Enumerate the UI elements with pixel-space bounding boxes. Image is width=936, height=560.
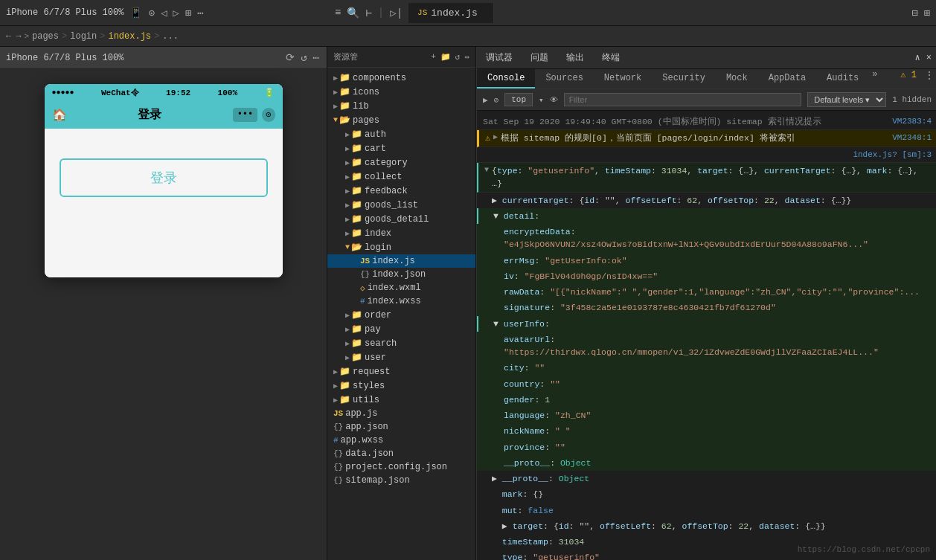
refresh-icon[interactable]: ↺: [299, 50, 308, 65]
rotate-icon[interactable]: ⟳: [284, 50, 296, 65]
tab-sources[interactable]: Sources: [535, 69, 593, 88]
tab-index-js[interactable]: JS index.js: [408, 3, 494, 23]
tree-item-project-config[interactable]: {} project.config.json: [327, 460, 475, 474]
expand-arrow-icon[interactable]: ▶: [492, 474, 497, 483]
expand-arrow-icon[interactable]: ▶: [493, 132, 498, 143]
tree-item-search[interactable]: ▶ 📁 search: [327, 336, 475, 350]
expand-arrow-icon[interactable]: ▶: [492, 196, 497, 205]
debug-tab-label-issues[interactable]: 问题: [528, 50, 551, 65]
expand-arrow-icon[interactable]: ▼: [493, 319, 499, 329]
console-source[interactable]: VM2383:4: [892, 115, 932, 128]
filter-input[interactable]: [564, 93, 802, 106]
tree-item-app-js[interactable]: JS app.js: [327, 407, 475, 420]
back-icon[interactable]: ◁: [161, 7, 167, 19]
debug-tab-label-terminal[interactable]: 终端: [599, 50, 623, 65]
prop-key: currentTarget: [502, 196, 569, 205]
tree-item-order[interactable]: ▶ 📁 order: [327, 308, 475, 322]
tree-item-styles[interactable]: ▶ 📁 styles: [327, 379, 475, 393]
close-debug-icon[interactable]: ×: [926, 53, 932, 63]
arrow-icon: ▶: [333, 367, 338, 376]
wxss-file-icon: #: [333, 436, 339, 445]
tree-item-auth[interactable]: ▶ 📁 auth: [327, 127, 475, 141]
filter-level-select[interactable]: Default levels ▾: [807, 92, 886, 107]
tree-item-category[interactable]: ▶ 📁 category: [327, 155, 475, 170]
tab-mock[interactable]: Mock: [716, 69, 758, 88]
folder-icon: 📁: [339, 380, 350, 391]
tree-item-app-json[interactable]: {} app.json: [327, 420, 475, 434]
tree-item-cart[interactable]: ▶ 📁 cart: [327, 141, 475, 155]
expand-icon[interactable]: ∧: [915, 52, 920, 63]
more-icon[interactable]: ⋯: [197, 7, 203, 19]
new-file-icon[interactable]: +: [431, 52, 436, 62]
debug-tab-label-output[interactable]: 输出: [563, 50, 587, 65]
tab-security[interactable]: Security: [652, 69, 716, 88]
tree-item-user[interactable]: ▶ 📁 user: [327, 350, 475, 364]
circle-icon[interactable]: ⊙: [148, 7, 154, 19]
clear-console-icon[interactable]: ⊘: [494, 95, 499, 105]
new-folder-icon[interactable]: 📁: [440, 52, 451, 62]
tree-item-lib[interactable]: ▶ 📁 lib: [327, 99, 475, 113]
console-prop-iv: iv: "FgBFlV04d9h0gp/nsID4xw==": [477, 268, 936, 284]
tree-item-index-folder[interactable]: ▶ 📁 index: [327, 226, 475, 240]
tab-console[interactable]: Console: [477, 69, 535, 88]
layout-icon[interactable]: ⊞: [924, 7, 930, 19]
console-prop-avatarurl: avatarUrl: "https://thirdwx.qlogo.cn/mmo…: [477, 332, 936, 361]
folder-icon: 📁: [339, 72, 350, 83]
menu-icon[interactable]: ≡: [333, 5, 342, 20]
panel-toggle-icon[interactable]: ⊟: [911, 7, 917, 19]
console-source[interactable]: index.js? [sm]:3: [853, 149, 932, 161]
split-icon[interactable]: ⊢: [364, 5, 373, 21]
tree-item-sitemap[interactable]: {} sitemap.json: [327, 474, 475, 487]
debug-more-icon[interactable]: ⋮: [921, 69, 936, 88]
tab-network[interactable]: Network: [594, 69, 652, 88]
tree-item-app-wxss[interactable]: # app.wxss: [327, 434, 475, 447]
more-tabs-icon[interactable]: »: [872, 69, 877, 88]
tab-appdata[interactable]: AppData: [758, 69, 816, 88]
home-icon[interactable]: 🏠: [52, 108, 67, 123]
login-button[interactable]: 登录: [60, 158, 268, 197]
tab-audits[interactable]: Audits: [816, 69, 869, 88]
folder-icon: 📁: [339, 394, 350, 405]
expand-arrow-icon[interactable]: ▶: [502, 521, 507, 531]
prop-key: mut: [502, 506, 518, 515]
tree-item-goods-detail[interactable]: ▶ 📁 goods_detail: [327, 212, 475, 226]
debug-run-icon[interactable]: ▷|: [388, 5, 404, 21]
tree-item-data-json[interactable]: {} data.json: [327, 447, 475, 460]
run-icon[interactable]: ⊞: [185, 7, 191, 19]
device-selector[interactable]: iPhone 6/7/8 Plus 100%: [6, 7, 124, 18]
context-selector[interactable]: top: [504, 93, 533, 106]
expand-arrow-icon[interactable]: ▼: [493, 211, 499, 221]
console-run-icon[interactable]: ▶: [483, 95, 488, 105]
bc-back-icon[interactable]: ←: [6, 31, 11, 42]
eye-icon[interactable]: 👁: [550, 95, 558, 105]
search-editor-icon[interactable]: 🔍: [345, 5, 361, 21]
forward-icon[interactable]: ▷: [173, 7, 179, 19]
tree-item-pages[interactable]: ▼ 📂 pages: [327, 113, 475, 127]
tree-item-index-wxml[interactable]: ◇ index.wxml: [327, 281, 475, 295]
console-source[interactable]: VM2348:1: [892, 132, 932, 144]
console-prop-country: country: "": [477, 376, 936, 392]
tree-item-goods-list[interactable]: ▶ 📁 goods_list: [327, 198, 475, 212]
debug-tab-label-console[interactable]: 调试器: [483, 50, 516, 65]
bc-forward-icon[interactable]: →: [16, 31, 21, 42]
tree-item-pay[interactable]: ▶ 📁 pay: [327, 322, 475, 336]
collapse-all-icon[interactable]: ⇔: [464, 52, 469, 62]
tree-item-index-wxss[interactable]: # index.wxss: [327, 295, 475, 308]
more-btn[interactable]: •••: [233, 108, 258, 122]
refresh-tree-icon[interactable]: ↺: [455, 52, 461, 62]
tree-item-index-json[interactable]: {} index.json: [327, 268, 475, 281]
expand-arrow-icon[interactable]: ▼: [484, 164, 489, 176]
tree-item-collect[interactable]: ▶ 📁 collect: [327, 170, 475, 184]
tree-item-utils[interactable]: ▶ 📁 utils: [327, 393, 475, 407]
battery-display: 100%: [218, 88, 237, 97]
close-btn-phone[interactable]: ⊙: [262, 108, 275, 122]
tree-item-icons[interactable]: ▶ 📁 icons: [327, 85, 475, 99]
tree-item-login[interactable]: ▼ 📂 login: [327, 240, 475, 254]
dropdown-arrow-icon[interactable]: ▾: [539, 95, 544, 105]
more-options-icon[interactable]: ⋯: [312, 50, 321, 65]
arrow-icon: ▶: [345, 187, 350, 196]
tree-item-request[interactable]: ▶ 📁 request: [327, 364, 475, 379]
tree-item-components[interactable]: ▶ 📁 components: [327, 71, 475, 85]
tree-item-feedback[interactable]: ▶ 📁 feedback: [327, 184, 475, 198]
tree-item-index-js[interactable]: JS index.js: [327, 254, 475, 268]
